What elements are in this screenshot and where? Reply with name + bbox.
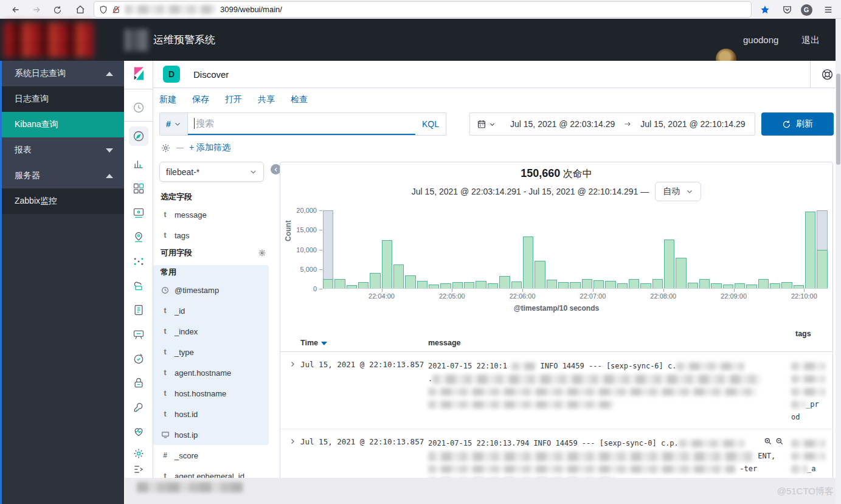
histogram-bar[interactable]: [511, 281, 522, 288]
browser-home-icon[interactable]: [73, 2, 88, 17]
field-settings-gear-icon[interactable]: [258, 249, 266, 257]
logout-button[interactable]: 退出: [801, 19, 820, 61]
nav-canvas-icon[interactable]: [133, 207, 145, 219]
search-input[interactable]: 搜索: [188, 113, 415, 135]
pocket-icon[interactable]: [780, 2, 794, 17]
browser-forward-icon[interactable]: [29, 2, 44, 17]
scrollbar-thumb[interactable]: [836, 74, 840, 165]
refresh-button[interactable]: 刷新: [761, 112, 834, 136]
add-filter-button[interactable]: + 添加筛选: [189, 142, 230, 153]
histogram-bar-partial[interactable]: [817, 210, 827, 288]
magnify-minus-icon[interactable]: [775, 437, 784, 446]
histogram-bar[interactable]: [452, 282, 463, 288]
histogram-bar[interactable]: [723, 285, 733, 288]
recently-viewed-icon[interactable]: [133, 102, 145, 114]
histogram-bar[interactable]: [605, 281, 615, 288]
histogram-bar[interactable]: [393, 264, 404, 288]
histogram-bar[interactable]: [640, 283, 651, 288]
field-item--id[interactable]: t_id: [153, 300, 269, 321]
histogram-bar[interactable]: [429, 285, 439, 288]
column-header-tags[interactable]: tags: [795, 330, 811, 338]
bookmark-star-icon[interactable]: [758, 2, 772, 17]
histogram-bar[interactable]: [417, 281, 427, 288]
expand-row-icon[interactable]: [289, 361, 296, 368]
sort-desc-icon[interactable]: [321, 342, 327, 345]
histogram-bar[interactable]: [688, 283, 698, 288]
field-item-agent-ephemeral-id[interactable]: tagent.ephemeral_id: [153, 466, 280, 478]
histogram-bar[interactable]: [464, 282, 474, 288]
index-pattern-select[interactable]: filebeat-*: [159, 162, 264, 182]
histogram-bar[interactable]: [334, 279, 345, 288]
field-item-host-hostname[interactable]: thost.hostname: [153, 383, 269, 404]
date-from[interactable]: Jul 15, 2021 @ 22:03:14.29: [502, 119, 623, 129]
insecure-lock-icon[interactable]: [112, 5, 120, 14]
field-item--score[interactable]: #_score: [153, 445, 280, 466]
field-item-tags[interactable]: ttags: [153, 225, 280, 246]
browser-url-bar[interactable]: 3099/webui/main/: [94, 2, 751, 17]
histogram-bar[interactable]: [699, 279, 710, 288]
histogram-bar[interactable]: [652, 279, 663, 288]
histogram-bar[interactable]: [735, 283, 745, 288]
sidebar-item-kibana-query[interactable]: Kibana查询: [0, 112, 124, 137]
histogram-bar[interactable]: [805, 212, 815, 288]
filter-gear-icon[interactable]: [161, 143, 171, 153]
sidebar-item-log-query[interactable]: 日志查询: [0, 86, 124, 112]
collapse-fields-button[interactable]: [271, 164, 280, 174]
field-item-host-id[interactable]: thost.id: [153, 404, 269, 424]
kibana-logo[interactable]: [131, 66, 147, 81]
shield-icon[interactable]: [99, 5, 108, 14]
sidebar-item-reports[interactable]: 报表: [0, 137, 124, 163]
histogram-bar[interactable]: [382, 240, 392, 288]
nav-stack-monitoring-icon[interactable]: [133, 426, 145, 438]
action-open[interactable]: 打开: [225, 94, 242, 105]
histogram-bar[interactable]: [488, 283, 498, 288]
histogram-bar[interactable]: [617, 283, 628, 288]
nav-discover-icon[interactable]: [129, 126, 148, 146]
column-header-message[interactable]: message: [428, 339, 461, 347]
action-new[interactable]: 新建: [159, 94, 176, 105]
field-item-agent-hostname[interactable]: tagent.hostname: [153, 362, 269, 383]
nav-uptime-icon[interactable]: [133, 353, 145, 365]
query-language-button[interactable]: KQL: [415, 113, 446, 135]
action-inspect[interactable]: 检查: [291, 94, 308, 105]
histogram-bar[interactable]: [440, 283, 451, 288]
date-to[interactable]: Jul 15, 2021 @ 22:10:14.29: [632, 119, 753, 129]
action-share[interactable]: 共享: [258, 94, 275, 105]
sidebar-item-zabbix-monitor[interactable]: Zabbix监控: [0, 188, 124, 214]
nav-maps-icon[interactable]: [133, 231, 145, 243]
histogram-bar[interactable]: [676, 258, 686, 288]
space-badge[interactable]: D: [163, 66, 180, 83]
histogram-bar[interactable]: [499, 276, 510, 288]
field-item--index[interactable]: t_index: [153, 321, 269, 342]
nav-visualize-icon[interactable]: [133, 158, 145, 170]
nav-logs-icon[interactable]: [133, 304, 145, 316]
action-save[interactable]: 保存: [192, 94, 209, 105]
histogram-bar[interactable]: [629, 279, 639, 288]
histogram-bar[interactable]: [558, 282, 569, 288]
histogram-bar[interactable]: [758, 279, 769, 288]
histogram-bar[interactable]: [594, 280, 604, 288]
nav-security-icon[interactable]: [133, 377, 145, 389]
histogram-bar[interactable]: [770, 283, 780, 288]
histogram-bar[interactable]: [664, 240, 674, 288]
field-item--timestamp[interactable]: @timestamp: [153, 280, 269, 300]
histogram-bar[interactable]: [476, 281, 486, 288]
histogram-bar[interactable]: [535, 261, 545, 288]
histogram-bar[interactable]: [405, 275, 415, 288]
histogram-bar[interactable]: [547, 280, 557, 288]
nav-dev-tools-icon[interactable]: [133, 401, 145, 413]
histogram-bar[interactable]: [358, 282, 369, 288]
browser-reload-icon[interactable]: [50, 2, 64, 17]
histogram-bar[interactable]: [370, 273, 380, 288]
nav-management-icon[interactable]: [133, 447, 145, 460]
interval-select[interactable]: 自动: [655, 182, 701, 201]
collapse-nav-icon[interactable]: [133, 463, 145, 475]
browser-back-icon[interactable]: [9, 2, 23, 17]
histogram-bar[interactable]: [347, 285, 357, 288]
browser-menu-icon[interactable]: [821, 2, 836, 17]
histogram-bar-partial[interactable]: [323, 210, 333, 288]
field-item-message[interactable]: tmessage: [153, 204, 280, 225]
histogram-bar[interactable]: [794, 285, 804, 288]
histogram-bar[interactable]: [746, 285, 756, 288]
help-icon[interactable]: [821, 68, 834, 81]
